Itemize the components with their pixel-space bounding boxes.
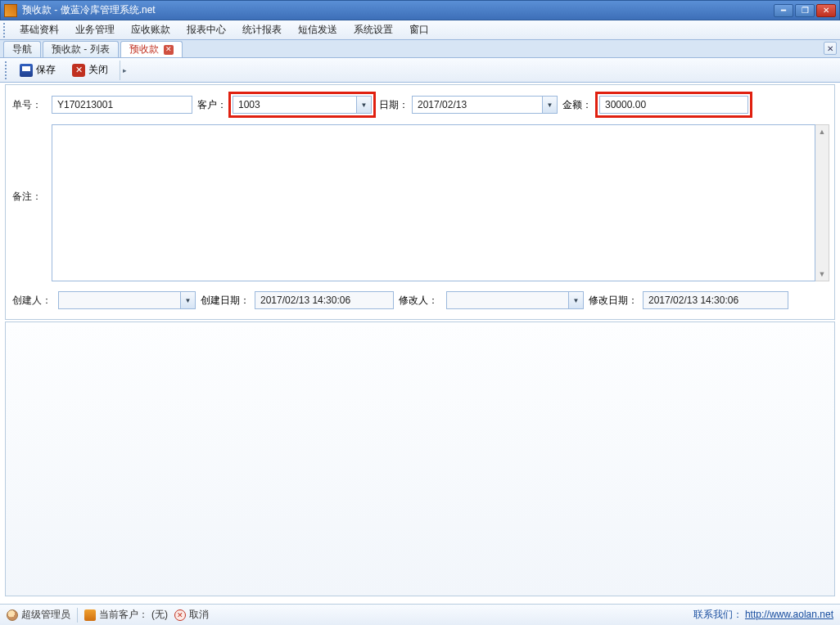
status-contact: 联系我们： http://www.aolan.net (693, 608, 833, 622)
toolbar: 保存 ✕ 关闭 ▸ (0, 58, 840, 83)
label-modifier: 修改人： (394, 294, 446, 308)
tab-nav[interactable]: 导航 (3, 41, 41, 57)
minimize-button[interactable]: ━ (774, 4, 793, 17)
label-amount: 金额： (558, 98, 597, 112)
employee-icon (84, 609, 96, 621)
label-date: 日期： (374, 98, 412, 112)
menu-bar: 基础资料 业务管理 应收账款 报表中心 统计报表 短信发送 系统设置 窗口 (0, 20, 840, 40)
orderno-input[interactable] (52, 96, 192, 114)
menu-settings[interactable]: 系统设置 (345, 20, 401, 39)
scroll-up-icon[interactable]: ▲ (815, 125, 829, 138)
contact-link[interactable]: http://www.aolan.net (745, 609, 833, 620)
status-current-customer: 当前客户： (无) (84, 608, 168, 622)
label-creator: 创建人： (11, 294, 58, 308)
tab-close-icon[interactable]: ✕ (164, 45, 174, 55)
menu-sms[interactable]: 短信发送 (290, 20, 345, 39)
chevron-down-icon[interactable]: ▼ (180, 292, 195, 308)
window-title: 预收款 - 傲蓝冷库管理系统.net (22, 3, 774, 17)
status-user-name: 超级管理员 (21, 608, 70, 622)
app-icon (4, 4, 17, 17)
scroll-down-icon[interactable]: ▼ (815, 268, 829, 281)
remark-scrollbar[interactable]: ▲ ▼ (815, 124, 829, 281)
form-row-remark: 备注： ▲ ▼ (6, 123, 834, 283)
form-row-meta: 创建人： ▼ 创建日期： 修改人： ▼ 修改日期： (6, 283, 834, 319)
save-button[interactable]: 保存 (13, 61, 62, 79)
close-window-button[interactable]: ✕ (816, 4, 836, 17)
close-button[interactable]: ✕ 关闭 (65, 61, 115, 79)
date-input[interactable] (412, 96, 558, 114)
label-remark: 备注： (11, 124, 52, 281)
form-row-main: 单号： 客户： ▼ 日期： ▼ 金额： (6, 85, 834, 123)
menu-receivable[interactable]: 应收账款 (123, 20, 178, 39)
save-icon (20, 64, 33, 77)
createdate-input (255, 291, 394, 309)
chevron-down-icon[interactable]: ▼ (568, 292, 583, 308)
tab-label: 导航 (12, 43, 32, 56)
menu-report-center[interactable]: 报表中心 (178, 20, 234, 39)
status-cancel-label: 取消 (189, 608, 209, 622)
detail-panel (5, 321, 835, 596)
tabs-overflow-button[interactable]: ✕ (824, 42, 837, 55)
toolbar-overflow-button[interactable]: ▸ (120, 61, 129, 80)
toolbar-grip (5, 61, 8, 79)
label-modifydate: 修改日期： (584, 294, 643, 308)
title-bar: 预收款 - 傲蓝冷库管理系统.net ━ ❐ ✕ (0, 0, 840, 20)
label-customer: 客户： (192, 98, 230, 112)
menu-business[interactable]: 业务管理 (67, 20, 123, 39)
customer-combo[interactable]: ▼ (230, 93, 374, 116)
menu-basic-data[interactable]: 基础资料 (11, 20, 67, 39)
status-user: 超级管理员 (7, 608, 70, 622)
tab-prepay-list[interactable]: 预收款 - 列表 (43, 41, 119, 57)
date-combo[interactable]: ▼ (412, 96, 558, 114)
chevron-down-icon[interactable]: ▼ (542, 97, 557, 113)
status-cust-label: 当前客户： (99, 608, 148, 622)
modifier-combo[interactable]: ▼ (446, 291, 584, 309)
tab-strip: 导航 预收款 - 列表 预收款 ✕ ✕ (0, 40, 840, 58)
status-sep (77, 608, 78, 623)
tab-label: 预收款 - 列表 (52, 43, 110, 56)
menu-window[interactable]: 窗口 (401, 20, 437, 39)
creator-combo[interactable]: ▼ (58, 291, 196, 309)
customer-input[interactable] (233, 96, 372, 114)
maximize-button[interactable]: ❐ (795, 4, 815, 17)
contact-label: 联系我们： (693, 609, 743, 620)
status-bar: 超级管理员 当前客户： (无) ✕ 取消 联系我们： http://www.ao… (0, 604, 840, 625)
menu-stats[interactable]: 统计报表 (234, 20, 290, 39)
label-orderno: 单号： (11, 98, 52, 112)
creator-input[interactable] (58, 291, 196, 309)
modifydate-input (643, 291, 788, 309)
tab-label: 预收款 (129, 43, 159, 56)
cancel-icon: ✕ (174, 609, 186, 621)
amount-highlight (597, 93, 751, 116)
status-cust-value: (无) (151, 608, 168, 622)
chevron-down-icon[interactable]: ▼ (356, 97, 371, 113)
amount-input[interactable] (599, 96, 748, 114)
save-label: 保存 (36, 63, 56, 77)
tab-prepay[interactable]: 预收款 ✕ (120, 41, 183, 57)
form-panel: 单号： 客户： ▼ 日期： ▼ 金额： 备注： ▲ ▼ 创建人： ▼ 创建日期： (5, 84, 835, 320)
close-icon: ✕ (72, 64, 85, 77)
close-label: 关闭 (88, 63, 108, 77)
user-icon (7, 609, 18, 621)
label-createdate: 创建日期： (196, 294, 255, 308)
status-cancel[interactable]: ✕ 取消 (174, 608, 209, 622)
remark-textarea[interactable] (52, 124, 815, 281)
modifier-input[interactable] (446, 291, 584, 309)
menubar-grip (3, 23, 7, 38)
